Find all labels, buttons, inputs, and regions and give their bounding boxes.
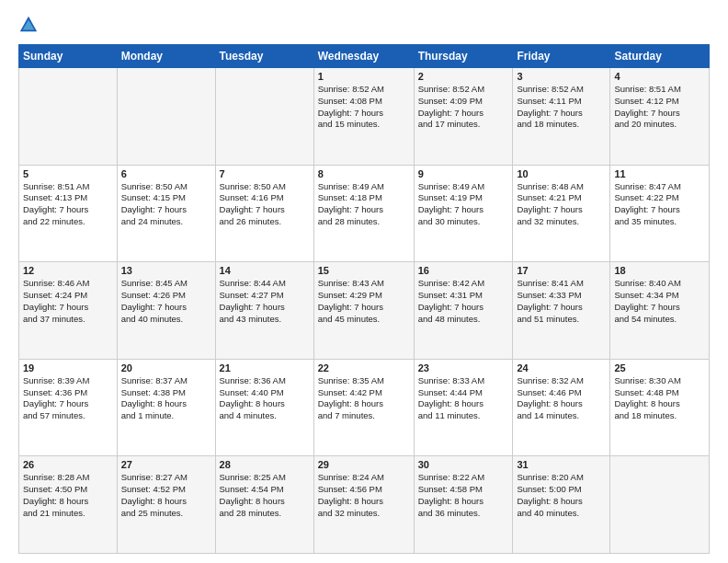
calendar-day-cell: 6Sunrise: 8:50 AM Sunset: 4:15 PM Daylig…	[117, 165, 215, 262]
day-number: 31	[517, 459, 606, 470]
calendar-day-cell: 21Sunrise: 8:36 AM Sunset: 4:40 PM Dayli…	[215, 359, 313, 456]
day-number: 23	[418, 362, 509, 373]
weekday-header: Sunday	[19, 45, 118, 68]
day-info: Sunrise: 8:43 AM Sunset: 4:29 PM Dayligh…	[318, 278, 410, 325]
logo-icon	[18, 15, 39, 35]
day-number: 15	[318, 265, 410, 276]
day-info: Sunrise: 8:22 AM Sunset: 4:58 PM Dayligh…	[418, 472, 509, 519]
day-info: Sunrise: 8:44 AM Sunset: 4:27 PM Dayligh…	[220, 278, 310, 325]
day-info: Sunrise: 8:47 AM Sunset: 4:22 PM Dayligh…	[614, 181, 705, 228]
day-number: 7	[220, 168, 310, 179]
day-info: Sunrise: 8:39 AM Sunset: 4:36 PM Dayligh…	[23, 375, 113, 422]
day-info: Sunrise: 8:36 AM Sunset: 4:40 PM Dayligh…	[220, 375, 310, 422]
day-number: 17	[517, 265, 606, 276]
day-info: Sunrise: 8:37 AM Sunset: 4:38 PM Dayligh…	[121, 375, 211, 422]
day-number: 16	[418, 265, 509, 276]
day-info: Sunrise: 8:46 AM Sunset: 4:24 PM Dayligh…	[23, 278, 113, 325]
day-number: 10	[517, 168, 606, 179]
calendar-day-cell: 11Sunrise: 8:47 AM Sunset: 4:22 PM Dayli…	[610, 165, 710, 262]
day-number: 14	[220, 265, 310, 276]
day-number: 30	[418, 459, 509, 470]
calendar-day-cell: 24Sunrise: 8:32 AM Sunset: 4:46 PM Dayli…	[513, 359, 610, 456]
calendar-day-cell: 12Sunrise: 8:46 AM Sunset: 4:24 PM Dayli…	[19, 262, 118, 360]
day-info: Sunrise: 8:40 AM Sunset: 4:34 PM Dayligh…	[614, 278, 705, 325]
calendar-day-cell	[215, 68, 313, 166]
day-info: Sunrise: 8:50 AM Sunset: 4:16 PM Dayligh…	[220, 181, 310, 228]
calendar-day-cell: 29Sunrise: 8:24 AM Sunset: 4:56 PM Dayli…	[313, 456, 414, 554]
calendar-day-cell: 16Sunrise: 8:42 AM Sunset: 4:31 PM Dayli…	[414, 262, 513, 360]
calendar-week-row: 26Sunrise: 8:28 AM Sunset: 4:50 PM Dayli…	[19, 456, 710, 554]
day-info: Sunrise: 8:52 AM Sunset: 4:09 PM Dayligh…	[418, 84, 509, 131]
day-info: Sunrise: 8:45 AM Sunset: 4:26 PM Dayligh…	[121, 278, 211, 325]
day-number: 13	[121, 265, 211, 276]
calendar-day-cell: 5Sunrise: 8:51 AM Sunset: 4:13 PM Daylig…	[19, 165, 118, 262]
day-number: 29	[318, 459, 410, 470]
calendar-day-cell	[19, 68, 118, 166]
day-number: 22	[318, 362, 410, 373]
calendar-header-row: SundayMondayTuesdayWednesdayThursdayFrid…	[19, 45, 710, 68]
day-info: Sunrise: 8:52 AM Sunset: 4:11 PM Dayligh…	[517, 84, 606, 131]
calendar-day-cell: 27Sunrise: 8:27 AM Sunset: 4:52 PM Dayli…	[117, 456, 215, 554]
calendar-week-row: 5Sunrise: 8:51 AM Sunset: 4:13 PM Daylig…	[19, 165, 710, 262]
day-number: 20	[121, 362, 211, 373]
day-info: Sunrise: 8:25 AM Sunset: 4:54 PM Dayligh…	[220, 472, 310, 519]
day-info: Sunrise: 8:32 AM Sunset: 4:46 PM Dayligh…	[517, 375, 606, 422]
day-info: Sunrise: 8:49 AM Sunset: 4:18 PM Dayligh…	[318, 181, 410, 228]
day-number: 1	[318, 71, 410, 82]
calendar-day-cell: 17Sunrise: 8:41 AM Sunset: 4:33 PM Dayli…	[513, 262, 610, 360]
day-info: Sunrise: 8:51 AM Sunset: 4:12 PM Dayligh…	[614, 84, 705, 131]
day-info: Sunrise: 8:48 AM Sunset: 4:21 PM Dayligh…	[517, 181, 606, 228]
calendar-day-cell	[610, 456, 710, 554]
calendar-day-cell: 13Sunrise: 8:45 AM Sunset: 4:26 PM Dayli…	[117, 262, 215, 360]
day-number: 12	[23, 265, 113, 276]
day-number: 24	[517, 362, 606, 373]
day-info: Sunrise: 8:27 AM Sunset: 4:52 PM Dayligh…	[121, 472, 211, 519]
calendar-day-cell: 25Sunrise: 8:30 AM Sunset: 4:48 PM Dayli…	[610, 359, 710, 456]
day-info: Sunrise: 8:30 AM Sunset: 4:48 PM Dayligh…	[614, 375, 705, 422]
day-info: Sunrise: 8:33 AM Sunset: 4:44 PM Dayligh…	[418, 375, 509, 422]
day-info: Sunrise: 8:42 AM Sunset: 4:31 PM Dayligh…	[418, 278, 509, 325]
day-number: 8	[318, 168, 410, 179]
calendar-day-cell: 26Sunrise: 8:28 AM Sunset: 4:50 PM Dayli…	[19, 456, 118, 554]
calendar-day-cell: 20Sunrise: 8:37 AM Sunset: 4:38 PM Dayli…	[117, 359, 215, 456]
calendar-day-cell: 14Sunrise: 8:44 AM Sunset: 4:27 PM Dayli…	[215, 262, 313, 360]
calendar-week-row: 12Sunrise: 8:46 AM Sunset: 4:24 PM Dayli…	[19, 262, 710, 360]
day-number: 11	[614, 168, 705, 179]
page-header	[18, 15, 710, 35]
day-number: 18	[614, 265, 705, 276]
calendar-day-cell: 15Sunrise: 8:43 AM Sunset: 4:29 PM Dayli…	[313, 262, 414, 360]
calendar-day-cell: 4Sunrise: 8:51 AM Sunset: 4:12 PM Daylig…	[610, 68, 710, 166]
calendar-day-cell: 9Sunrise: 8:49 AM Sunset: 4:19 PM Daylig…	[414, 165, 513, 262]
calendar-day-cell: 8Sunrise: 8:49 AM Sunset: 4:18 PM Daylig…	[313, 165, 414, 262]
day-info: Sunrise: 8:51 AM Sunset: 4:13 PM Dayligh…	[23, 181, 113, 228]
day-info: Sunrise: 8:20 AM Sunset: 5:00 PM Dayligh…	[517, 472, 606, 519]
calendar-day-cell: 7Sunrise: 8:50 AM Sunset: 4:16 PM Daylig…	[215, 165, 313, 262]
day-number: 19	[23, 362, 113, 373]
day-number: 3	[517, 71, 606, 82]
weekday-header: Friday	[513, 45, 610, 68]
weekday-header: Tuesday	[215, 45, 313, 68]
weekday-header: Saturday	[610, 45, 710, 68]
calendar-table: SundayMondayTuesdayWednesdayThursdayFrid…	[18, 44, 710, 554]
day-number: 21	[220, 362, 310, 373]
calendar-day-cell: 19Sunrise: 8:39 AM Sunset: 4:36 PM Dayli…	[19, 359, 118, 456]
weekday-header: Wednesday	[313, 45, 414, 68]
day-number: 2	[418, 71, 509, 82]
calendar-day-cell: 3Sunrise: 8:52 AM Sunset: 4:11 PM Daylig…	[513, 68, 610, 166]
day-number: 6	[121, 168, 211, 179]
weekday-header: Thursday	[414, 45, 513, 68]
day-info: Sunrise: 8:24 AM Sunset: 4:56 PM Dayligh…	[318, 472, 410, 519]
calendar-week-row: 1Sunrise: 8:52 AM Sunset: 4:08 PM Daylig…	[19, 68, 710, 166]
logo	[18, 15, 42, 35]
calendar-day-cell	[117, 68, 215, 166]
weekday-header: Monday	[117, 45, 215, 68]
calendar-week-row: 19Sunrise: 8:39 AM Sunset: 4:36 PM Dayli…	[19, 359, 710, 456]
calendar-day-cell: 28Sunrise: 8:25 AM Sunset: 4:54 PM Dayli…	[215, 456, 313, 554]
calendar-day-cell: 23Sunrise: 8:33 AM Sunset: 4:44 PM Dayli…	[414, 359, 513, 456]
day-info: Sunrise: 8:52 AM Sunset: 4:08 PM Dayligh…	[318, 84, 410, 131]
day-info: Sunrise: 8:50 AM Sunset: 4:15 PM Dayligh…	[121, 181, 211, 228]
day-number: 26	[23, 459, 113, 470]
day-info: Sunrise: 8:49 AM Sunset: 4:19 PM Dayligh…	[418, 181, 509, 228]
calendar-day-cell: 31Sunrise: 8:20 AM Sunset: 5:00 PM Dayli…	[513, 456, 610, 554]
calendar-day-cell: 30Sunrise: 8:22 AM Sunset: 4:58 PM Dayli…	[414, 456, 513, 554]
